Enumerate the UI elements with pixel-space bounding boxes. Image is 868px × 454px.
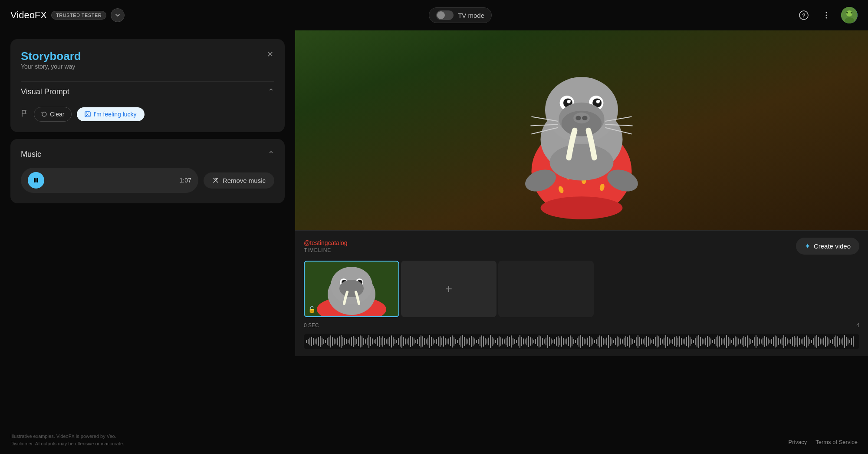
left-panel: Storyboard Your story, your way ✕ Visual… [0, 30, 295, 454]
terms-of-service-link[interactable]: Terms of Service [815, 439, 858, 445]
music-chevron-icon[interactable]: ⌃ [268, 149, 274, 159]
waveform-bar [743, 336, 744, 347]
waveform-bar [742, 338, 743, 345]
right-panel: @testingcatalog TIMELINE ✦ Create video [295, 30, 868, 454]
waveform-bar [415, 340, 416, 343]
waveform-bar [426, 339, 427, 344]
svg-point-11 [86, 113, 87, 113]
waveform-bar [316, 338, 317, 345]
waveform-bar [306, 340, 307, 343]
waveform-bar [322, 338, 322, 345]
waveform-bar [454, 337, 454, 346]
waveform-bar [691, 339, 692, 344]
waveform-bar [427, 338, 428, 345]
waveform-bar [473, 337, 473, 346]
header-center: TV mode [429, 7, 492, 23]
storyboard-card: Storyboard Your story, your way ✕ Visual… [10, 39, 285, 132]
waveform-bar [740, 339, 741, 344]
more-options-button[interactable] [819, 7, 834, 23]
visual-prompt-label: Visual Prompt [21, 87, 69, 96]
ruler-end-label: 4 [856, 322, 859, 328]
waveform-bar [308, 339, 309, 344]
music-track: 1:07 [21, 168, 198, 193]
waveform-bar [379, 336, 380, 347]
waveform-bar [601, 336, 602, 347]
waveform-bar [610, 337, 611, 346]
waveform-bar [558, 336, 559, 347]
waveform-bar [636, 337, 637, 346]
waveform-bar [797, 336, 798, 347]
waveform-bar [625, 336, 626, 347]
waveform-bar [695, 338, 696, 345]
waveform-bar [783, 335, 784, 348]
storyboard-close-button[interactable]: ✕ [266, 50, 274, 59]
waveform-bar [499, 336, 500, 347]
waveform-bar [335, 339, 336, 344]
waveform-bar [566, 338, 567, 345]
waveform-bar [735, 336, 736, 347]
waveform-bar [495, 340, 496, 343]
privacy-link[interactable]: Privacy [789, 439, 807, 445]
waveform-bar [697, 336, 697, 347]
waveform-bar [311, 337, 312, 346]
waveform-bar [612, 338, 612, 345]
waveform-bar [700, 337, 701, 346]
waveform-bar [651, 340, 652, 343]
waveform-bar [513, 338, 513, 345]
svg-point-8 [846, 12, 848, 13]
waveform-bar [660, 338, 661, 345]
waveform-bar [785, 337, 786, 346]
waveform-bar [313, 338, 314, 345]
tv-mode-toggle-track[interactable] [436, 10, 454, 20]
waveform-bar [827, 337, 828, 346]
waveform-bar [469, 338, 470, 345]
music-label: Music [21, 150, 41, 159]
tv-mode-toggle-container[interactable]: TV mode [429, 7, 492, 23]
waveform-bar [433, 338, 434, 345]
timeline-section: @testingcatalog TIMELINE ✦ Create video [295, 230, 868, 356]
waveform-bar [620, 338, 621, 345]
svg-point-40 [598, 100, 600, 102]
create-video-button[interactable]: ✦ Create video [796, 238, 859, 255]
waveform-bar [747, 335, 748, 348]
waveform-bar [518, 337, 519, 346]
remove-music-button[interactable]: Remove music [204, 172, 274, 189]
waveform-bar [801, 339, 802, 344]
waveform-bar [764, 336, 765, 347]
more-vertical-icon [822, 11, 831, 20]
waveform-bar [355, 338, 355, 345]
im-feeling-lucky-button[interactable]: I'm feeling lucky [77, 107, 144, 121]
waveform-bar [407, 339, 408, 344]
waveform-bar [679, 336, 680, 347]
add-clip-button[interactable]: + [401, 261, 496, 317]
user-avatar[interactable] [841, 7, 858, 23]
help-button[interactable]: ? [796, 7, 812, 23]
pause-button[interactable] [28, 172, 44, 189]
waveform-bar [669, 338, 670, 345]
waveform-bar [382, 336, 383, 347]
waveform-bar [384, 338, 385, 345]
waveform-bar [632, 339, 633, 344]
clip-thumbnail-1[interactable]: 🔓 [304, 261, 399, 317]
waveform-bar [771, 339, 772, 344]
waveform-bar [514, 339, 515, 344]
clear-button[interactable]: Clear [34, 107, 72, 122]
waveform-bar [822, 339, 822, 344]
app-dropdown-button[interactable] [111, 8, 125, 22]
waveform-bar [579, 336, 579, 347]
waveform-bar [450, 337, 451, 346]
waveform-bar [546, 338, 546, 345]
svg-point-6 [846, 10, 852, 17]
visual-prompt-row: Visual Prompt ⌃ [21, 81, 274, 102]
avatar-image [841, 7, 858, 23]
visual-prompt-chevron-icon[interactable]: ⌃ [268, 87, 274, 96]
waveform-bar [736, 337, 737, 346]
waveform-bar [565, 339, 566, 344]
waveform-bar [721, 338, 722, 345]
svg-point-63 [339, 280, 364, 297]
waveform-bar [386, 339, 387, 344]
waveform-bar [488, 338, 489, 345]
waveform-bar [323, 339, 324, 344]
svg-rect-16 [34, 178, 36, 182]
clip-lock-icon: 🔓 [308, 306, 316, 313]
